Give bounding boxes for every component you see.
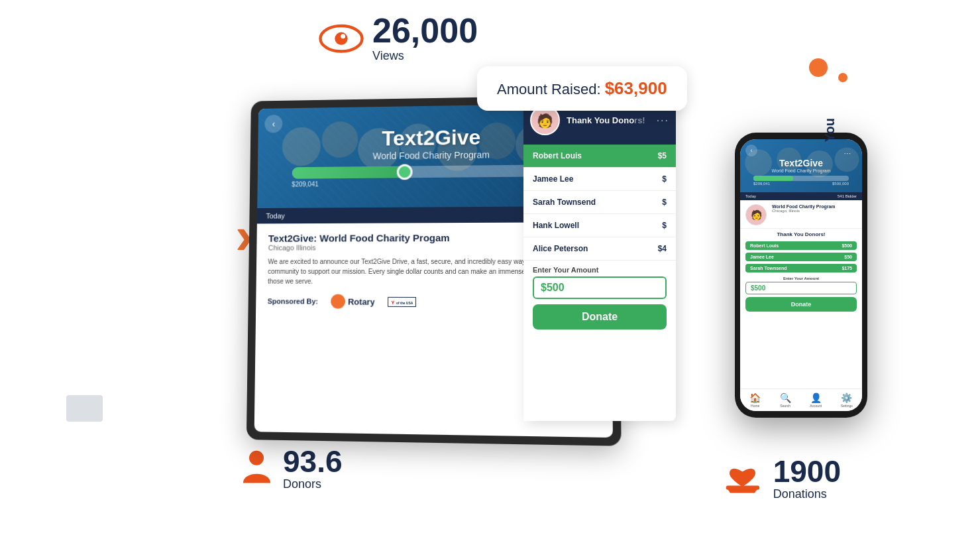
phone-progress-bar [753, 176, 849, 181]
phone-donor-amount-2: $50 [844, 255, 852, 259]
phone-today-label: Today [745, 194, 756, 198]
search-label: Search [780, 404, 790, 408]
eye-icon [318, 21, 364, 54]
sidebar-amount-input[interactable]: $500 [533, 276, 667, 299]
phone-device: ‹ ··· Text2Give World Food Charity Progr… [735, 133, 867, 418]
phone-location-section: 🧑 World Food Charity Program Chicago, Il… [740, 200, 862, 229]
phone-donate-button[interactable]: Donate [745, 297, 857, 312]
phone-more-button[interactable]: ··· [844, 150, 851, 157]
phone-nav-search[interactable]: 🔍 Search [780, 392, 791, 408]
phone-frame: ‹ ··· Text2Give World Food Charity Progr… [735, 133, 867, 418]
amount-raised-label: Amount Raised: [497, 81, 601, 97]
decorative-dot-small [838, 73, 847, 82]
donor-row-4: Hank Lowell $ [523, 214, 676, 237]
search-icon: 🔍 [780, 392, 791, 403]
phone-thank-you: Thank You Donors! [740, 229, 862, 240]
rotary-logo: Rotary [331, 294, 374, 309]
phone-body: 🧑 World Food Charity Program Chicago, Il… [740, 200, 862, 389]
donor-row-2: Jamee Lee $ [523, 168, 676, 191]
home-label: Home [751, 404, 759, 408]
phone-amount-value: $500 [751, 284, 765, 292]
donations-number: 1900 [773, 455, 841, 489]
sidebar-donate-button[interactable]: Donate [533, 304, 667, 330]
phone-charity-info: World Food Charity Program Chicago, Illi… [772, 204, 836, 213]
phone-progress-labels: $209,041 $500,000 [753, 182, 849, 188]
phone-stats-bar: Today 541 Bidder [740, 192, 862, 200]
decorative-block [66, 395, 103, 422]
phone-donor-amount-1: $500 [842, 243, 852, 248]
svg-rect-4 [726, 486, 759, 490]
svg-point-1 [335, 32, 347, 45]
sponsors-label: Sponsored By: [268, 297, 318, 305]
phone-bidder-label: 541 Bidder [838, 194, 857, 198]
phone-donor-row-3: Sarah Townsend $175 [745, 264, 857, 272]
phone-screen: ‹ ··· Text2Give World Food Charity Progr… [740, 139, 862, 411]
donor-amount-4: $ [662, 221, 667, 230]
phone-donor-amount-3: $175 [842, 266, 852, 270]
donations-text: 1900 Donations [773, 455, 841, 501]
amount-raised-badge: Amount Raised: $63,900 [477, 66, 687, 111]
donor-name-5: Alice Peterson [533, 244, 588, 253]
tablet-progress-fill [292, 166, 408, 178]
phone-back-button[interactable]: ‹ [745, 145, 757, 156]
tablet-progress-current: $209,041 [292, 180, 319, 188]
tablet-subtitle: World Food Charity Program [373, 149, 490, 161]
phone-enter-amount-label: Enter Your Amount [740, 274, 862, 282]
donors-stat: 93.6 Donors [239, 445, 343, 491]
phone-nav-account[interactable]: 👤 Account [810, 392, 822, 408]
home-icon: 🏠 [749, 392, 761, 403]
phone-progress-goal: $500,000 [832, 182, 849, 186]
donations-stat: 1900 Donations [721, 455, 841, 501]
phone-donor-name-2: Jamee Lee [750, 255, 774, 259]
donor-row-3: Sarah Townsend $ [523, 191, 676, 214]
phone-donor-row-1: Robert Louis $500 [745, 241, 857, 250]
sidebar-header-title: Thank You Donors! [567, 115, 645, 125]
phone-donor-name-1: Robert Louis [750, 243, 779, 248]
donors-label: Donors [283, 478, 343, 491]
donor-row-1: Robert Louis $5 [523, 145, 676, 168]
phone-progress-current: $209,041 [753, 182, 770, 186]
phone-progress-fill [753, 176, 793, 181]
donor-name-4: Hank Lowell [533, 221, 579, 230]
donor-amount-5: $4 [658, 244, 667, 253]
settings-label: Settings [841, 404, 853, 408]
donors-number: 93.6 [283, 445, 343, 479]
phone-header: ‹ ··· Text2Give World Food Charity Progr… [740, 139, 862, 192]
views-number: 26,000 [372, 12, 478, 50]
phone-progress-area: $209,041 $500,000 [745, 176, 857, 188]
rotary-text: Rotary [348, 296, 375, 306]
donations-label: Donations [773, 488, 841, 501]
ymca-logo: Y of the USA [388, 296, 417, 306]
person-icon [239, 450, 275, 486]
phone-donor-name-3: Sarah Townsend [750, 266, 787, 270]
phone-nav-settings[interactable]: ⚙️ Settings [841, 392, 853, 408]
enter-amount-label: Enter Your Amount [523, 261, 676, 276]
donor-amount-1: $5 [658, 151, 667, 160]
sidebar-more-button[interactable]: ··· [657, 115, 669, 127]
you-label: You [822, 118, 838, 142]
svg-point-3 [249, 451, 264, 465]
settings-icon: ⚙️ [841, 392, 852, 403]
svg-point-2 [341, 34, 345, 39]
tablet-today-label: Today [266, 212, 284, 220]
decorative-dot-large [809, 58, 828, 77]
donor-name-2: Jamee Lee [533, 174, 573, 184]
tablet-sidebar: 🧑 Thank You Donors! ··· Robert Louis $5 … [523, 96, 676, 421]
tablet-title: Text2Give [382, 125, 480, 150]
phone-donor-row-2: Jamee Lee $50 [745, 253, 857, 261]
phone-nav-home[interactable]: 🏠 Home [749, 392, 761, 408]
phone-subtitle: World Food Charity Program [745, 168, 857, 173]
ymca-text: Y of the USA [388, 296, 417, 306]
donor-amount-3: $ [662, 198, 667, 207]
rotary-gear-icon [331, 294, 345, 309]
donor-row-5: Alice Peterson $4 [523, 237, 676, 261]
phone-charity-location: Chicago, Illinois [772, 209, 836, 213]
account-label: Account [810, 404, 822, 408]
phone-amount-input[interactable]: $500 [745, 282, 857, 294]
views-text: 26,000 Views [372, 12, 478, 63]
donor-name-1: Robert Louis [533, 151, 582, 160]
heart-hand-icon [721, 459, 764, 496]
amount-raised-value: $63,900 [605, 78, 667, 98]
views-stat: 26,000 Views [318, 12, 478, 63]
account-icon: 👤 [810, 392, 822, 403]
